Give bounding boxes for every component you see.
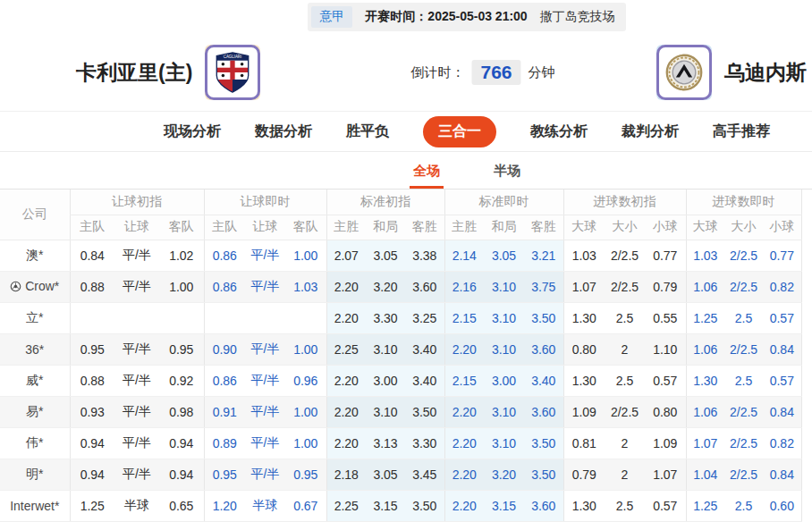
odds-cell: 0.94 xyxy=(70,459,114,490)
period-tab-1[interactable]: 全场 xyxy=(410,163,444,189)
odds-cell xyxy=(285,302,326,333)
main-nav-bar: 现场分析数据分析胜平负三合一教练分析裁判分析高手推荐 xyxy=(0,111,812,152)
odds-cell: 0.79 xyxy=(563,459,605,490)
odds-cell: 2.5 xyxy=(724,490,763,521)
odds-sub-header: 主胜 xyxy=(444,215,484,240)
kickoff-value: 2025-05-03 21:00 xyxy=(427,9,527,23)
odds-cell: 0.91 xyxy=(204,396,245,427)
company-cell[interactable]: Crow* xyxy=(0,271,70,302)
venue-name: 撒丁岛竞技场 xyxy=(540,9,615,25)
odds-cell: 2.5 xyxy=(605,490,645,521)
odds-sub-header: 小球 xyxy=(645,215,686,240)
odds-cell: 0.96 xyxy=(285,365,326,396)
nav-tab-3[interactable]: 胜平负 xyxy=(346,122,389,141)
odds-cell: 3.40 xyxy=(405,333,444,365)
odds-cell: 平/半 xyxy=(114,240,159,271)
odds-cell: 2.20 xyxy=(444,490,484,521)
odds-group-header-6: 进球数即时 xyxy=(686,189,801,215)
odds-cell: 3.10 xyxy=(484,396,524,427)
odds-sub-header: 和局 xyxy=(484,215,524,240)
odds-cell: 1.02 xyxy=(159,240,204,271)
odds-cell: 2.20 xyxy=(444,333,484,365)
nav-tab-6[interactable]: 裁判分析 xyxy=(622,122,679,141)
odds-cell: 0.80 xyxy=(563,333,605,365)
odds-cell: 3.50 xyxy=(405,490,444,521)
odds-cell: 2.14 xyxy=(444,240,484,271)
company-cell[interactable]: 威* xyxy=(0,365,70,396)
odds-cell: 1.25 xyxy=(686,490,724,521)
odds-cell: 0.81 xyxy=(563,427,605,459)
nav-tab-5[interactable]: 教练分析 xyxy=(530,122,588,141)
odds-cell: 平/半 xyxy=(245,271,285,302)
odds-sub-header: 大球 xyxy=(686,215,724,240)
odds-cell: 2.20 xyxy=(444,427,484,459)
odds-cell: 平/半 xyxy=(245,333,285,365)
company-cell[interactable]: 易* xyxy=(0,396,70,427)
company-cell[interactable]: 明* xyxy=(0,459,70,490)
odds-cell: 0.65 xyxy=(159,490,204,521)
company-cell[interactable]: 立* xyxy=(0,302,70,333)
countdown-value: 766 xyxy=(471,60,520,85)
company-cell[interactable]: 澳* xyxy=(0,240,70,271)
odds-cell: 0.67 xyxy=(285,490,326,521)
odds-cell: 0.86 xyxy=(204,240,245,271)
nav-tab-4[interactable]: 三合一 xyxy=(423,116,496,147)
odds-sub-header: 客胜 xyxy=(524,215,563,240)
odds-cell: 2 xyxy=(605,333,645,365)
nav-tab-7[interactable]: 高手推荐 xyxy=(713,122,770,141)
odds-cell: 1.07 xyxy=(686,427,724,459)
company-cell[interactable]: 伟* xyxy=(0,427,70,459)
company-cell[interactable]: Interwet* xyxy=(0,490,70,521)
company-name: Interwet* xyxy=(10,499,59,513)
cagliari-crest-icon: CAGLIARI xyxy=(205,45,260,100)
league-badge[interactable]: 意甲 xyxy=(311,6,352,28)
odds-cell: 平/半 xyxy=(245,365,285,396)
odds-cell: 1.20 xyxy=(204,490,245,521)
nav-tab-2[interactable]: 数据分析 xyxy=(255,122,312,141)
odds-cell: 1.30 xyxy=(563,302,605,333)
odds-cell: 2.5 xyxy=(605,365,645,396)
countdown-unit: 分钟 xyxy=(529,64,555,81)
odds-cell: 0.57 xyxy=(645,490,686,521)
odds-cell: 1.00 xyxy=(285,396,326,427)
svg-text:CAGLIARI: CAGLIARI xyxy=(224,55,242,59)
main-nav: 现场分析数据分析胜平负三合一教练分析裁判分析高手推荐 xyxy=(164,116,770,147)
odds-cell: 1.30 xyxy=(686,365,724,396)
odds-cell xyxy=(204,302,245,333)
odds-cell: 1.00 xyxy=(285,333,326,365)
odds-cell: 3.60 xyxy=(405,271,444,302)
countdown-label: 倒计时： xyxy=(410,64,464,81)
odds-cell: 3.05 xyxy=(484,240,524,271)
odds-sub-header: 大小 xyxy=(724,215,763,240)
odds-cell: 2.20 xyxy=(326,302,366,333)
nav-tab-1[interactable]: 现场分析 xyxy=(164,122,221,141)
odds-cell: 3.10 xyxy=(484,427,524,459)
odds-cell: 0.84 xyxy=(763,333,801,365)
odds-cell xyxy=(245,302,285,333)
odds-cell: 0.84 xyxy=(763,459,801,490)
odds-cell: 3.25 xyxy=(405,302,444,333)
odds-sub-header: 主队 xyxy=(204,215,245,240)
odds-cell: 2.16 xyxy=(444,271,484,302)
odds-cell xyxy=(159,302,204,333)
odds-cell: 2/2.5 xyxy=(724,396,763,427)
odds-cell: 0.57 xyxy=(645,365,686,396)
odds-cell: 1.00 xyxy=(159,271,204,302)
period-tab-2[interactable]: 半场 xyxy=(490,163,524,189)
odds-group-header-5: 进球数初指 xyxy=(563,189,686,215)
company-name: 明* xyxy=(26,467,43,481)
odds-cell: 3.60 xyxy=(524,396,563,427)
odds-cell: 3.15 xyxy=(484,490,524,521)
company-cell[interactable]: 36* xyxy=(0,333,70,365)
odds-cell: 0.95 xyxy=(70,333,114,365)
odds-cell: 2.20 xyxy=(444,396,484,427)
odds-cell: 1.04 xyxy=(686,459,724,490)
odds-row-3: 立*2.203.303.252.153.103.501.302.50.551.2… xyxy=(0,302,801,333)
company-name: 易* xyxy=(26,404,43,418)
odds-cell: 0.55 xyxy=(645,302,686,333)
odds-cell: 3.45 xyxy=(405,459,444,490)
odds-cell: 1.03 xyxy=(285,271,326,302)
odds-cell: 2/2.5 xyxy=(605,396,645,427)
odds-cell: 平/半 xyxy=(114,396,159,427)
odds-cell: 1.10 xyxy=(645,333,686,365)
